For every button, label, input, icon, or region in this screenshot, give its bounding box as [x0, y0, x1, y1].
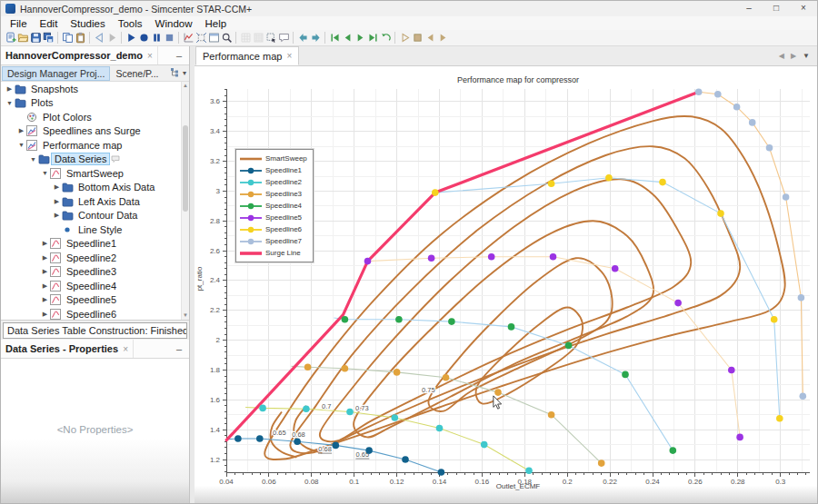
- tree-item-speedline1[interactable]: ▶Speedline1: [1, 237, 189, 252]
- tree-item-contour-data[interactable]: ▶Contour Data: [1, 209, 189, 223]
- copy-icon[interactable]: [61, 31, 74, 45]
- step-icon[interactable]: [125, 31, 137, 45]
- tree-item-speedline3[interactable]: ▶Speedline3: [1, 265, 189, 280]
- pan-right-icon[interactable]: [309, 31, 322, 45]
- maximize-button[interactable]: □: [763, 1, 790, 16]
- menu-window[interactable]: Window: [149, 18, 199, 29]
- next-solution-icon[interactable]: [354, 31, 366, 45]
- revert-solution-icon[interactable]: [379, 31, 392, 45]
- chart2-icon: [50, 252, 64, 263]
- macro-step-back-icon[interactable]: [424, 31, 436, 45]
- menu-file[interactable]: File: [4, 18, 34, 29]
- expand-icon[interactable]: ▶: [40, 254, 50, 262]
- tree-item-speedline4[interactable]: ▶Speedline4: [1, 279, 189, 293]
- panel-minimize-button[interactable]: –: [169, 50, 189, 61]
- tab-properties[interactable]: Data Series - Properties ×: [1, 340, 134, 358]
- menu-help[interactable]: Help: [198, 18, 233, 29]
- performance-map-close-icon[interactable]: ×: [286, 51, 292, 61]
- legend-entry-speedline2: Speedline2: [239, 176, 307, 188]
- speedline2-line: [245, 408, 529, 471]
- forward-icon[interactable]: [105, 31, 118, 45]
- tab-scroll-right-icon[interactable]: ▶: [791, 52, 796, 60]
- expand-icon[interactable]: ▶: [5, 85, 15, 93]
- tab-list-icon[interactable]: ▼: [803, 52, 810, 60]
- pause-icon[interactable]: [150, 31, 163, 45]
- speedline5-marker: [488, 253, 495, 261]
- last-solution-icon[interactable]: [366, 31, 379, 45]
- stop-icon[interactable]: [163, 31, 175, 45]
- tree-item-snapshots[interactable]: ▶Snapshots: [1, 82, 189, 96]
- expand-icon[interactable]: ▶: [40, 240, 50, 247]
- plot-monitor-icon[interactable]: [182, 31, 195, 45]
- tab-scroll-left-icon[interactable]: ◀: [779, 52, 784, 60]
- tree-item-speedline6[interactable]: ▶Speedline6: [1, 307, 189, 320]
- tree-item-line-style[interactable]: Line Style: [1, 222, 189, 237]
- scrollbar-thumb[interactable]: [183, 125, 188, 212]
- tree-item-data-series[interactable]: ▼Data Series: [1, 153, 189, 167]
- expand-icon[interactable]: ▶: [40, 311, 50, 318]
- tree-item-label: Plots: [28, 97, 55, 108]
- tree-item-plots[interactable]: ▼Plots: [1, 96, 189, 111]
- stop-macro-icon[interactable]: [411, 31, 424, 45]
- collapse-icon[interactable]: ▼: [5, 100, 15, 106]
- open-simulation-icon[interactable]: [16, 31, 29, 45]
- paste-icon[interactable]: [74, 31, 86, 45]
- tab-simulation[interactable]: HannoverCompressor_demo ×: [1, 46, 158, 64]
- collapse-icon[interactable]: ▼: [28, 156, 38, 163]
- subtab-design-manager[interactable]: Design Manager Proj...: [3, 67, 109, 80]
- tree-item-bottom-axis-data[interactable]: ▶Bottom Axis Data: [1, 181, 189, 195]
- collapse-icon[interactable]: ▼: [16, 142, 26, 148]
- properties-close-icon[interactable]: ×: [123, 344, 128, 354]
- expand-icon[interactable]: ▶: [52, 212, 62, 219]
- pan-left-icon[interactable]: [296, 31, 309, 45]
- tab-performance-map[interactable]: Performance map ×: [195, 46, 299, 65]
- expand-icon[interactable]: ▶: [52, 198, 62, 205]
- annotation-icon[interactable]: [277, 31, 290, 45]
- scroll-up-icon[interactable]: ▲: [182, 82, 189, 90]
- menu-edit[interactable]: Edit: [34, 18, 65, 29]
- expand-icon[interactable]: ▶: [40, 268, 50, 275]
- properties-minimize-button[interactable]: –: [169, 343, 189, 354]
- tree-item-label: Snapshots: [28, 84, 81, 94]
- tree-sync-icon[interactable]: [170, 67, 180, 79]
- tab-close-icon[interactable]: ×: [147, 51, 153, 61]
- subtab-scene[interactable]: Scene/P...: [111, 67, 163, 80]
- play-macro-icon[interactable]: [398, 31, 411, 45]
- tree-item-speedline2[interactable]: ▶Speedline2: [1, 251, 189, 265]
- expand-icon[interactable]: ▶: [16, 127, 26, 134]
- save-all-icon[interactable]: [42, 31, 55, 45]
- reset-view-icon[interactable]: [195, 31, 207, 45]
- new-simulation-icon[interactable]: [4, 31, 16, 45]
- tree-item-speedline5[interactable]: ▶Speedline5: [1, 293, 189, 308]
- expand-icon[interactable]: ▶: [52, 183, 62, 191]
- expand-icon[interactable]: ▶: [40, 282, 50, 290]
- close-button[interactable]: ×: [790, 1, 817, 16]
- expand-icon[interactable]: ▶: [40, 296, 50, 303]
- rubberband-select-icon[interactable]: [264, 31, 277, 45]
- tree-scrollbar[interactable]: ▲▼: [181, 82, 189, 320]
- collapse-icon[interactable]: ▼: [40, 170, 50, 176]
- tree-item-performance-map[interactable]: ▼Performance map: [1, 138, 189, 153]
- properties-tabbar: Data Series - Properties × –: [1, 340, 189, 359]
- back-icon[interactable]: [93, 31, 105, 45]
- minimize-button[interactable]: –: [735, 1, 763, 16]
- menu-tools[interactable]: Tools: [112, 18, 149, 29]
- new-scene-icon[interactable]: [207, 31, 220, 45]
- speedline5-marker: [550, 253, 557, 261]
- macro-step-forward-icon[interactable]: [436, 31, 449, 45]
- tree-item-speedlines-ans-surge[interactable]: ▶Speedlines ans Surge: [1, 124, 189, 139]
- tree-item-left-axis-data[interactable]: ▶Left Axis Data: [1, 194, 189, 209]
- run-icon[interactable]: [137, 31, 150, 45]
- menu-studies[interactable]: Studies: [64, 18, 111, 29]
- zoom-select-icon[interactable]: [220, 31, 233, 45]
- tree-item-plot-colors[interactable]: Plot Colors: [1, 110, 189, 124]
- plot-canvas[interactable]: 0.040.060.080.10.120.140.160.180.20.220.…: [195, 66, 817, 503]
- previous-solution-icon[interactable]: [341, 31, 354, 45]
- tree-item-label: Performance map: [40, 140, 125, 151]
- save-icon[interactable]: [29, 31, 42, 45]
- chevron-down-icon[interactable]: ▾: [183, 69, 186, 77]
- first-solution-icon[interactable]: [328, 31, 341, 45]
- y-tick-label: 2.2: [210, 306, 221, 314]
- tree-item-smartsweep[interactable]: ▼SmartSweep: [1, 166, 189, 181]
- scroll-down-icon[interactable]: ▼: [182, 311, 189, 320]
